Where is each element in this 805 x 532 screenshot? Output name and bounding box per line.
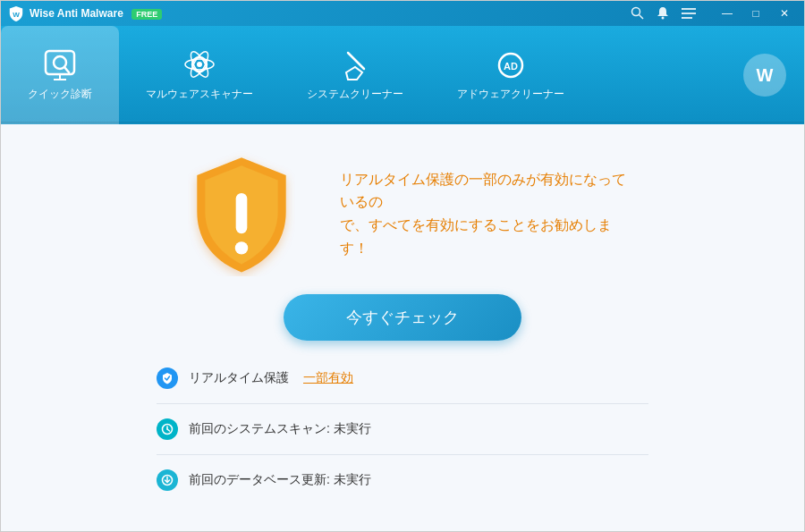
navbar: クイック診断 マルウェアスキャナー システムクリーナー AD アドウェアクリ <box>1 26 804 124</box>
separator-2 <box>157 454 648 455</box>
svg-line-2 <box>640 15 644 20</box>
top-section: リアルタイム保護の一部のみが有効になっているので、すべてを有効にすることをお勧め… <box>179 151 626 276</box>
tab-quick-scan[interactable]: クイック診断 <box>1 26 119 124</box>
status-list: リアルタイム保護 一部有効 前回のシステムスキャン: 未実行 <box>157 367 648 491</box>
close-button[interactable]: ✕ <box>772 4 797 22</box>
free-badge: FREE <box>131 9 162 20</box>
last-db-label: 前回のデータベース更新: 未実行 <box>189 472 371 488</box>
check-now-button[interactable]: 今すぐチェック <box>284 294 521 341</box>
warning-text: リアルタイム保護の一部のみが有効になっているので、すべてを有効にすることをお勧め… <box>340 172 626 256</box>
svg-point-1 <box>632 8 640 16</box>
system-cleaner-icon <box>337 49 373 81</box>
status-icon-realtime <box>157 367 178 389</box>
user-avatar[interactable]: W <box>743 54 786 97</box>
svg-line-9 <box>64 67 69 72</box>
maximize-button[interactable]: □ <box>743 4 768 22</box>
tab-adware-cleaner[interactable]: AD アドウェアクリーナー <box>430 26 591 124</box>
warning-message: リアルタイム保護の一部のみが有効になっているので、すべてを有効にすることをお勧め… <box>340 168 626 259</box>
quick-scan-icon <box>42 49 78 81</box>
app-name-label: Wise Anti Malware <box>30 7 123 20</box>
svg-line-18 <box>348 53 364 69</box>
titlebar: W Wise Anti Malware FREE — □ ✕ <box>1 1 804 26</box>
status-icon-db <box>157 469 178 491</box>
window-controls: — □ ✕ <box>715 4 797 22</box>
tab-system-cleaner-label: システムクリーナー <box>307 87 403 102</box>
status-last-db-update: 前回のデータベース更新: 未実行 <box>157 469 648 491</box>
malware-scanner-icon <box>182 49 217 81</box>
tab-malware-scanner-label: マルウェアスキャナー <box>146 87 253 102</box>
app-icon: W <box>8 5 24 21</box>
bell-icon[interactable] <box>656 6 670 21</box>
app-title-text: Wise Anti Malware FREE <box>30 7 631 20</box>
minimize-button[interactable]: — <box>715 4 740 22</box>
tab-quick-scan-label: クイック診断 <box>28 87 92 102</box>
main-content: リアルタイム保護の一部のみが有効になっているので、すべてを有効にすることをお勧め… <box>1 124 804 532</box>
tab-system-cleaner[interactable]: システムクリーナー <box>280 26 430 124</box>
svg-rect-21 <box>236 193 248 233</box>
last-scan-label: 前回のシステムスキャン: 未実行 <box>189 421 371 437</box>
menu-lines-icon[interactable] <box>681 6 697 21</box>
realtime-link[interactable]: 一部有効 <box>303 370 353 386</box>
status-last-scan: 前回のシステムスキャン: 未実行 <box>157 418 648 440</box>
svg-point-3 <box>662 17 665 20</box>
separator-1 <box>157 403 648 404</box>
svg-line-25 <box>167 429 170 431</box>
status-icon-scan <box>157 418 178 440</box>
svg-point-14 <box>197 62 202 67</box>
adware-cleaner-icon: AD <box>493 49 529 81</box>
shield-warning-icon <box>179 151 304 276</box>
check-button-label: 今すぐチェック <box>346 308 459 326</box>
realtime-label: リアルタイム保護 <box>189 370 289 386</box>
svg-text:W: W <box>13 11 20 19</box>
tab-malware-scanner[interactable]: マルウェアスキャナー <box>119 26 280 124</box>
tab-adware-cleaner-label: アドウェアクリーナー <box>457 87 564 102</box>
svg-point-22 <box>235 241 248 254</box>
status-realtime-protection: リアルタイム保護 一部有効 <box>157 367 648 389</box>
svg-text:AD: AD <box>504 61 518 72</box>
toolbar-icons <box>631 6 697 21</box>
user-initial: W <box>757 65 774 86</box>
svg-rect-7 <box>46 51 74 74</box>
search-icon[interactable] <box>631 6 645 21</box>
